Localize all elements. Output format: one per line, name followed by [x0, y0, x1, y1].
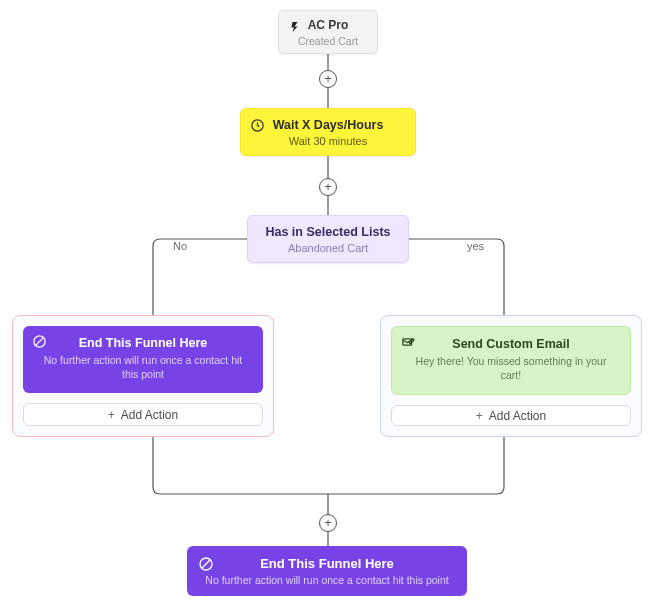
condition-node[interactable]: Has in Selected Lists Abandoned Cart [247, 215, 409, 263]
branch-label-yes: yes [465, 240, 486, 252]
svg-line-5 [35, 337, 44, 346]
clock-icon [249, 117, 265, 133]
branch-label-no: No [173, 240, 187, 252]
stop-icon [197, 556, 215, 574]
wait-title: Wait X Days/Hours [273, 118, 384, 132]
email-edit-icon [400, 335, 416, 351]
end-funnel-card-no[interactable]: End This Funnel Here No further action w… [23, 326, 263, 393]
connector-lines [0, 0, 657, 602]
branch-container-no: End This Funnel Here No further action w… [12, 315, 274, 437]
plus-icon: + [324, 516, 332, 530]
add-step-button-1[interactable]: + [319, 70, 337, 88]
trigger-subtitle: Created Cart [298, 35, 358, 47]
email-card-subtitle: Hey there! You missed something in your … [404, 355, 618, 382]
add-step-button-3[interactable]: + [319, 514, 337, 532]
final-end-subtitle: No further action will run once a contac… [205, 574, 448, 586]
trigger-title: AC Pro [308, 18, 349, 32]
plus-icon: + [324, 180, 332, 194]
end-card-title: End This Funnel Here [79, 336, 208, 350]
lightning-icon [287, 19, 303, 35]
add-action-label: Add Action [489, 409, 546, 423]
condition-title: Has in Selected Lists [265, 225, 390, 239]
end-card-subtitle: No further action will run once a contac… [35, 354, 251, 381]
stop-icon [31, 334, 47, 350]
add-action-button-yes[interactable]: + Add Action [391, 405, 631, 426]
plus-icon: + [476, 409, 483, 423]
plus-icon: + [324, 72, 332, 86]
condition-subtitle: Abandoned Cart [288, 242, 368, 254]
final-end-title: End This Funnel Here [260, 556, 394, 571]
svg-line-8 [201, 559, 210, 568]
wait-node[interactable]: Wait X Days/Hours Wait 30 minutes [240, 108, 416, 156]
plus-icon: + [108, 408, 115, 422]
wait-subtitle: Wait 30 minutes [289, 135, 367, 147]
send-email-card[interactable]: Send Custom Email Hey there! You missed … [391, 326, 631, 395]
trigger-node[interactable]: AC Pro Created Cart [278, 10, 378, 54]
add-action-button-no[interactable]: + Add Action [23, 403, 263, 426]
branch-container-yes: Send Custom Email Hey there! You missed … [380, 315, 642, 437]
workflow-canvas: + + + AC Pro Created Cart Wait X Days/Ho… [0, 0, 657, 602]
add-action-label: Add Action [121, 408, 178, 422]
email-card-title: Send Custom Email [452, 337, 569, 351]
end-funnel-card-final[interactable]: End This Funnel Here No further action w… [187, 546, 467, 596]
add-step-button-2[interactable]: + [319, 178, 337, 196]
